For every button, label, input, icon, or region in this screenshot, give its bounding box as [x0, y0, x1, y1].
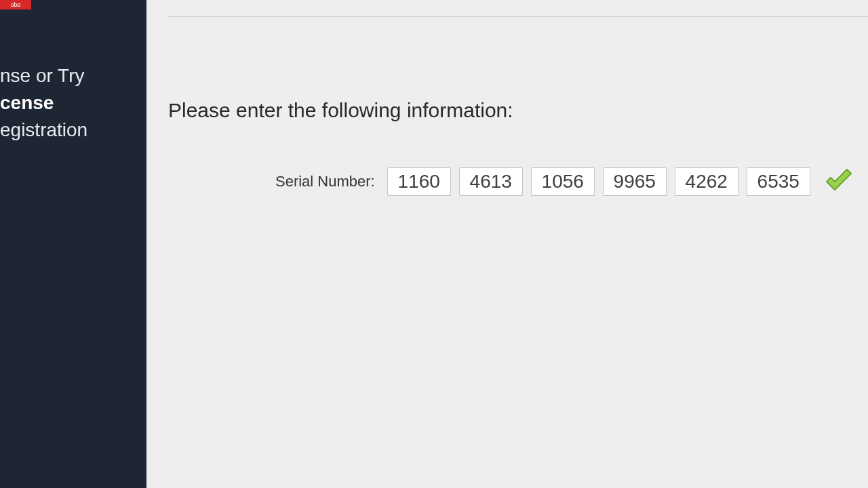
serial-number-row: Serial Number:	[275, 163, 858, 201]
checkmark-icon	[820, 163, 858, 201]
serial-part-1[interactable]	[387, 167, 451, 196]
serial-part-6[interactable]	[747, 167, 810, 196]
serial-part-4[interactable]	[603, 167, 667, 196]
prompt-text: Please enter the following information:	[168, 99, 513, 122]
sidebar-nav: nse or Try cense egistration	[0, 62, 146, 144]
serial-part-3[interactable]	[531, 167, 595, 196]
main-panel: Please enter the following information: …	[146, 0, 868, 488]
sidebar-item-license[interactable]: cense	[0, 89, 146, 117]
serial-label: Serial Number:	[275, 173, 375, 190]
sidebar-item-registration[interactable]: egistration	[0, 117, 146, 144]
svg-marker-0	[827, 169, 851, 190]
brand-logo: obe	[0, 0, 31, 9]
serial-part-2[interactable]	[459, 167, 523, 196]
sidebar: obe nse or Try cense egistration	[0, 0, 146, 488]
serial-part-5[interactable]	[675, 167, 738, 196]
sidebar-item-license-or-try[interactable]: nse or Try	[0, 62, 146, 89]
header-divider	[168, 16, 868, 17]
